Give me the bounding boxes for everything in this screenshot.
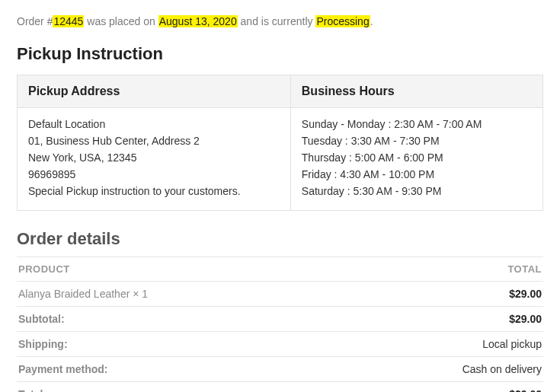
pickup-address-line: New York, USA, 12345 <box>28 149 280 166</box>
business-hours-line: Sunday - Monday : 2:30 AM - 7:00 AM <box>302 116 532 132</box>
order-date: August 13, 2020 <box>158 15 238 27</box>
col-total: TOTAL <box>341 257 543 282</box>
pickup-address-line: Default Location <box>28 116 280 132</box>
order-status-mid2: and is currently <box>238 15 316 27</box>
pickup-address-line: 01, Business Hub Center, Address 2 <box>28 132 280 149</box>
totals-label: Payment method: <box>17 357 341 382</box>
order-number: 12445 <box>53 15 84 27</box>
pickup-address-cell: Default Location01, Business Hub Center,… <box>18 108 291 211</box>
totals-label: Total: <box>17 382 341 393</box>
order-status-suffix: . <box>370 15 373 27</box>
pickup-table: Pickup Address Business Hours Default Lo… <box>17 75 543 211</box>
line-item-row: Alanya Braided Leather × 1$29.00 <box>17 282 543 307</box>
order-details-table: PRODUCT TOTAL Alanya Braided Leather × 1… <box>17 257 543 392</box>
business-hours-line: Friday : 4:30 AM - 10:00 PM <box>302 166 532 183</box>
totals-label: Shipping: <box>17 332 341 357</box>
totals-value: Cash on delivery <box>341 357 543 382</box>
business-hours-line: Thursday : 5:00 AM - 6:00 PM <box>302 149 532 166</box>
pickup-address-header: Pickup Address <box>18 75 291 108</box>
totals-row: Subtotal:$29.00 <box>17 307 543 332</box>
business-hours-line: Saturday : 5:30 AM - 9:30 PM <box>302 183 532 199</box>
totals-value: Local pickup <box>341 332 543 357</box>
order-details-heading: Order details <box>17 229 543 249</box>
totals-row: Payment method:Cash on delivery <box>17 357 543 382</box>
order-status-line: Order #12445 was placed on August 13, 20… <box>17 15 543 27</box>
totals-value: $29.00 <box>341 382 543 393</box>
order-status-value: Processing <box>315 15 370 27</box>
col-product: PRODUCT <box>17 257 341 282</box>
pickup-address-line: 96969895 <box>28 166 280 183</box>
pickup-heading: Pickup Instruction <box>17 44 543 64</box>
totals-value: $29.00 <box>341 307 543 332</box>
business-hours-line: Tuesday : 3:30 AM - 7:30 PM <box>302 132 532 149</box>
totals-row: Shipping:Local pickup <box>17 332 543 357</box>
line-item-total: $29.00 <box>341 282 543 307</box>
business-hours-header: Business Hours <box>290 75 542 108</box>
business-hours-cell: Sunday - Monday : 2:30 AM - 7:00 AMTuesd… <box>290 108 542 211</box>
line-item-name: Alanya Braided Leather × 1 <box>17 282 341 307</box>
totals-label: Subtotal: <box>17 307 341 332</box>
totals-row: Total:$29.00 <box>17 382 543 393</box>
pickup-address-line: Special Pickup instruction to your custo… <box>28 183 280 199</box>
order-status-prefix: Order # <box>17 15 53 27</box>
order-status-mid1: was placed on <box>84 15 158 27</box>
